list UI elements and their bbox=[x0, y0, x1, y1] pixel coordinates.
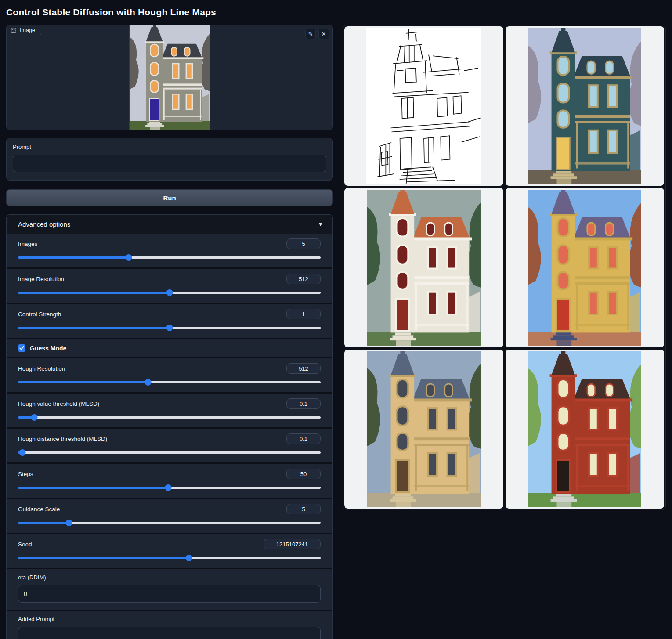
image-tab: Image bbox=[7, 25, 41, 36]
slider-label: Seed bbox=[18, 541, 32, 548]
close-icon: ✕ bbox=[322, 31, 326, 37]
slider-value-input[interactable]: 512 bbox=[286, 363, 321, 374]
slider-images: Images 5 bbox=[7, 234, 332, 267]
slider-track[interactable] bbox=[18, 557, 321, 559]
slider-control[interactable] bbox=[18, 555, 321, 561]
slider-value-input[interactable]: 1 bbox=[286, 309, 321, 319]
slider-value-input[interactable]: 0.1 bbox=[286, 398, 321, 409]
slider-control-strength: Control Strength 1 bbox=[7, 304, 332, 338]
slider-hough-distance-threshold: Hough distance threshold (MLSD) 0.1 bbox=[7, 429, 332, 462]
slider-image-resolution: Image Resolution 512 bbox=[7, 269, 332, 303]
slider-control[interactable] bbox=[18, 520, 321, 526]
chevron-down-icon: ▼ bbox=[318, 221, 323, 227]
slider-label: Hough Resolution bbox=[18, 365, 65, 372]
slider-label: Control Strength bbox=[18, 311, 61, 318]
slider-track[interactable] bbox=[18, 381, 321, 383]
run-button[interactable]: Run bbox=[6, 189, 333, 206]
pencil-icon: ✎ bbox=[308, 31, 313, 37]
slider-thumb[interactable] bbox=[145, 379, 152, 386]
guess-mode-label[interactable]: Guess Mode bbox=[30, 345, 66, 352]
slider-control[interactable] bbox=[18, 289, 321, 296]
advanced-options-title: Advanced options bbox=[18, 220, 70, 228]
eta-ddim-label: eta (DDIM) bbox=[18, 574, 321, 581]
guess-mode-row: Guess Mode bbox=[7, 339, 332, 357]
image-icon bbox=[11, 27, 17, 33]
gallery-item-white-house[interactable] bbox=[344, 188, 503, 347]
input-image-panel[interactable]: Image ✎ ✕ bbox=[6, 25, 333, 130]
edit-image-button[interactable]: ✎ bbox=[305, 29, 316, 39]
slider-value-input[interactable]: 512 bbox=[286, 274, 321, 284]
added-prompt-label: Added Prompt bbox=[18, 616, 321, 622]
slider-value-input[interactable]: 1215107241 bbox=[264, 539, 321, 549]
slider-label: Images bbox=[18, 241, 37, 247]
red-brick-victorian-painting bbox=[528, 351, 641, 507]
slider-control[interactable] bbox=[18, 414, 321, 421]
advanced-options-header[interactable]: Advanced options ▼ bbox=[7, 215, 332, 234]
slider-label: Hough distance threshold (MLSD) bbox=[18, 436, 107, 442]
advanced-options-panel: Advanced options ▼ Images 5 Image Resolu… bbox=[6, 214, 333, 639]
app-page: Control Stable Diffusion with Hough Line… bbox=[0, 0, 672, 639]
page-title: Control Stable Diffusion with Hough Line… bbox=[6, 7, 666, 18]
slider-thumb[interactable] bbox=[166, 289, 173, 296]
output-gallery bbox=[343, 25, 666, 510]
slider-control[interactable] bbox=[18, 379, 321, 386]
eta-ddim-field: eta (DDIM) bbox=[7, 569, 332, 610]
gallery-item-hough-line-map[interactable] bbox=[344, 26, 503, 186]
slider-track[interactable] bbox=[18, 522, 321, 524]
slider-thumb[interactable] bbox=[31, 414, 38, 421]
input-image-preview[interactable] bbox=[130, 25, 210, 130]
slider-value-input[interactable]: 5 bbox=[286, 504, 321, 514]
slider-control[interactable] bbox=[18, 254, 321, 261]
added-prompt-input[interactable] bbox=[18, 627, 321, 639]
golden-victorian-painting bbox=[367, 351, 481, 507]
slider-hough-resolution: Hough Resolution 512 bbox=[7, 358, 332, 392]
guess-mode-checkbox[interactable] bbox=[18, 344, 25, 352]
controls-column: Image ✎ ✕ Prompt Run Advanced options ▼ bbox=[6, 25, 333, 639]
eta-ddim-input[interactable] bbox=[18, 585, 321, 603]
slider-track[interactable] bbox=[18, 416, 321, 419]
slider-thumb[interactable] bbox=[66, 520, 72, 526]
slider-control[interactable] bbox=[18, 449, 321, 456]
gallery-item-teal-house[interactable] bbox=[506, 26, 665, 186]
slider-control[interactable] bbox=[18, 325, 321, 331]
slider-label: Steps bbox=[18, 471, 33, 477]
check-icon bbox=[19, 346, 24, 350]
yellow-victorian-painting bbox=[528, 190, 641, 346]
slider-thumb[interactable] bbox=[186, 555, 192, 561]
slider-track[interactable] bbox=[18, 451, 321, 454]
white-victorian-painting bbox=[367, 190, 481, 346]
image-tab-label: Image bbox=[20, 27, 35, 33]
slider-value-input[interactable]: 5 bbox=[286, 238, 321, 249]
prompt-label: Prompt bbox=[13, 144, 326, 150]
gallery-item-red-brick-house[interactable] bbox=[506, 350, 665, 509]
slider-thumb[interactable] bbox=[165, 484, 171, 491]
slider-thumb[interactable] bbox=[166, 325, 173, 331]
slider-label: Image Resolution bbox=[18, 276, 64, 282]
slider-label: Hough value threshold (MLSD) bbox=[18, 401, 99, 407]
slider-guidance-scale: Guidance Scale 5 bbox=[7, 499, 332, 533]
gallery-item-yellow-house[interactable] bbox=[506, 188, 665, 347]
slider-label: Guidance Scale bbox=[18, 506, 60, 513]
victorian-house-photo bbox=[130, 25, 210, 130]
slider-seed: Seed 1215107241 bbox=[7, 534, 332, 568]
prompt-input[interactable] bbox=[13, 155, 326, 172]
prompt-panel: Prompt bbox=[6, 138, 333, 181]
hough-line-map-image bbox=[366, 28, 481, 184]
slider-value-input[interactable]: 0.1 bbox=[286, 433, 321, 444]
slider-control[interactable] bbox=[18, 484, 321, 491]
gallery-item-golden-house[interactable] bbox=[344, 350, 503, 509]
slider-hough-value-threshold: Hough value threshold (MLSD) 0.1 bbox=[7, 394, 332, 427]
clear-image-button[interactable]: ✕ bbox=[318, 29, 329, 39]
slider-steps: Steps 50 bbox=[7, 464, 332, 498]
slider-thumb[interactable] bbox=[19, 449, 26, 456]
slider-value-input[interactable]: 50 bbox=[286, 469, 321, 479]
results-column bbox=[343, 25, 666, 510]
teal-victorian-painting bbox=[528, 28, 641, 184]
slider-thumb[interactable] bbox=[126, 254, 132, 261]
slider-track[interactable] bbox=[18, 256, 321, 259]
added-prompt-field: Added Prompt bbox=[7, 611, 332, 639]
